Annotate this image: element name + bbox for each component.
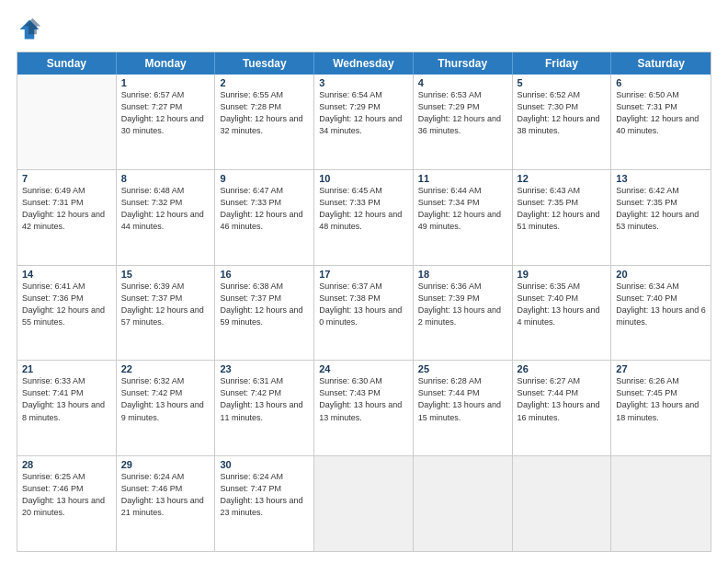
day-info: Sunrise: 6:41 AMSunset: 7:36 PMDaylight:… — [22, 281, 111, 328]
day-info: Sunrise: 6:27 AMSunset: 7:44 PMDaylight:… — [518, 375, 607, 423]
calendar-cell: 20Sunrise: 6:34 AMSunset: 7:40 PMDayligh… — [611, 266, 711, 361]
calendar-row-3: 14Sunrise: 6:41 AMSunset: 7:36 PMDayligh… — [17, 266, 711, 362]
day-info: Sunrise: 6:48 AMSunset: 7:32 PMDaylight:… — [121, 185, 210, 233]
page: SundayMondayTuesdayWednesdayThursdayFrid… — [0, 0, 728, 563]
calendar-cell: 8Sunrise: 6:48 AMSunset: 7:32 PMDaylight… — [117, 170, 216, 265]
day-number: 14 — [22, 269, 111, 280]
calendar-cell — [414, 456, 513, 551]
day-info: Sunrise: 6:24 AMSunset: 7:46 PMDaylight:… — [121, 471, 210, 519]
calendar-cell: 13Sunrise: 6:42 AMSunset: 7:35 PMDayligh… — [611, 170, 711, 265]
day-info: Sunrise: 6:39 AMSunset: 7:37 PMDaylight:… — [121, 281, 210, 328]
day-number: 22 — [121, 363, 210, 374]
day-info: Sunrise: 6:28 AMSunset: 7:44 PMDaylight:… — [418, 375, 507, 423]
calendar-cell: 29Sunrise: 6:24 AMSunset: 7:46 PMDayligh… — [117, 456, 216, 551]
day-number: 3 — [319, 77, 408, 88]
day-info: Sunrise: 6:44 AMSunset: 7:34 PMDaylight:… — [418, 185, 507, 233]
header-day-thursday: Thursday — [414, 52, 513, 75]
day-info: Sunrise: 6:32 AMSunset: 7:42 PMDaylight:… — [121, 375, 210, 423]
day-number: 25 — [418, 363, 507, 374]
calendar-cell: 21Sunrise: 6:33 AMSunset: 7:41 PMDayligh… — [17, 361, 117, 455]
day-number: 19 — [518, 269, 607, 280]
header-day-saturday: Saturday — [611, 52, 711, 75]
calendar-cell: 6Sunrise: 6:50 AMSunset: 7:31 PMDaylight… — [611, 75, 711, 169]
day-number: 1 — [121, 77, 210, 88]
calendar-cell — [17, 75, 117, 169]
day-number: 26 — [518, 363, 607, 374]
day-info: Sunrise: 6:25 AMSunset: 7:46 PMDaylight:… — [22, 471, 111, 519]
calendar-cell: 26Sunrise: 6:27 AMSunset: 7:44 PMDayligh… — [513, 361, 612, 455]
calendar-cell: 16Sunrise: 6:38 AMSunset: 7:37 PMDayligh… — [215, 266, 314, 361]
day-info: Sunrise: 6:37 AMSunset: 7:38 PMDaylight:… — [319, 281, 408, 328]
day-info: Sunrise: 6:36 AMSunset: 7:39 PMDaylight:… — [418, 281, 507, 328]
day-info: Sunrise: 6:26 AMSunset: 7:45 PMDaylight:… — [616, 375, 706, 423]
calendar-cell: 22Sunrise: 6:32 AMSunset: 7:42 PMDayligh… — [117, 361, 216, 455]
calendar-cell: 4Sunrise: 6:53 AMSunset: 7:29 PMDaylight… — [414, 75, 513, 169]
calendar-cell: 7Sunrise: 6:49 AMSunset: 7:31 PMDaylight… — [17, 170, 117, 265]
day-info: Sunrise: 6:31 AMSunset: 7:42 PMDaylight:… — [220, 375, 309, 423]
day-number: 23 — [220, 363, 309, 374]
day-number: 4 — [418, 77, 507, 88]
day-number: 30 — [220, 459, 309, 470]
day-info: Sunrise: 6:55 AMSunset: 7:28 PMDaylight:… — [220, 89, 309, 137]
calendar-cell: 10Sunrise: 6:45 AMSunset: 7:33 PMDayligh… — [314, 170, 414, 265]
day-info: Sunrise: 6:53 AMSunset: 7:29 PMDaylight:… — [418, 89, 507, 137]
header-day-tuesday: Tuesday — [215, 52, 314, 75]
calendar-cell: 3Sunrise: 6:54 AMSunset: 7:29 PMDaylight… — [314, 75, 414, 169]
calendar-cell: 25Sunrise: 6:28 AMSunset: 7:44 PMDayligh… — [414, 361, 513, 455]
day-number: 24 — [319, 363, 408, 374]
calendar-cell: 27Sunrise: 6:26 AMSunset: 7:45 PMDayligh… — [611, 361, 711, 455]
day-number: 27 — [616, 363, 706, 374]
day-number: 6 — [616, 77, 706, 88]
day-info: Sunrise: 6:33 AMSunset: 7:41 PMDaylight:… — [22, 375, 111, 423]
day-number: 2 — [220, 77, 309, 88]
calendar-row-1: 1Sunrise: 6:57 AMSunset: 7:27 PMDaylight… — [17, 75, 711, 170]
calendar-cell: 14Sunrise: 6:41 AMSunset: 7:36 PMDayligh… — [17, 266, 117, 361]
day-number: 18 — [418, 269, 507, 280]
calendar-cell: 12Sunrise: 6:43 AMSunset: 7:35 PMDayligh… — [513, 170, 612, 265]
day-number: 11 — [418, 173, 507, 184]
calendar-cell: 2Sunrise: 6:55 AMSunset: 7:28 PMDaylight… — [215, 75, 314, 169]
calendar-cell: 19Sunrise: 6:35 AMSunset: 7:40 PMDayligh… — [513, 266, 612, 361]
calendar-cell: 28Sunrise: 6:25 AMSunset: 7:46 PMDayligh… — [17, 456, 117, 551]
day-info: Sunrise: 6:52 AMSunset: 7:30 PMDaylight:… — [518, 89, 607, 137]
calendar-cell — [611, 456, 711, 551]
day-number: 28 — [22, 459, 111, 470]
day-number: 9 — [220, 173, 309, 184]
day-number: 7 — [22, 173, 111, 184]
day-number: 17 — [319, 269, 408, 280]
calendar-cell — [513, 456, 612, 551]
day-number: 10 — [319, 173, 408, 184]
calendar-cell: 17Sunrise: 6:37 AMSunset: 7:38 PMDayligh… — [314, 266, 414, 361]
calendar-row-5: 28Sunrise: 6:25 AMSunset: 7:46 PMDayligh… — [17, 456, 711, 551]
header-day-wednesday: Wednesday — [314, 52, 414, 75]
calendar-row-4: 21Sunrise: 6:33 AMSunset: 7:41 PMDayligh… — [17, 361, 711, 456]
calendar-cell: 18Sunrise: 6:36 AMSunset: 7:39 PMDayligh… — [414, 266, 513, 361]
day-number: 21 — [22, 363, 111, 374]
day-info: Sunrise: 6:54 AMSunset: 7:29 PMDaylight:… — [319, 89, 408, 137]
calendar-cell — [314, 456, 414, 551]
calendar-body: 1Sunrise: 6:57 AMSunset: 7:27 PMDaylight… — [17, 75, 711, 551]
header-day-sunday: Sunday — [17, 52, 117, 75]
day-number: 20 — [616, 269, 706, 280]
day-number: 5 — [518, 77, 607, 88]
calendar-cell: 30Sunrise: 6:24 AMSunset: 7:47 PMDayligh… — [215, 456, 314, 551]
logo — [17, 17, 46, 42]
day-number: 8 — [121, 173, 210, 184]
calendar-cell: 15Sunrise: 6:39 AMSunset: 7:37 PMDayligh… — [117, 266, 216, 361]
day-number: 13 — [616, 173, 706, 184]
day-number: 29 — [121, 459, 210, 470]
day-info: Sunrise: 6:45 AMSunset: 7:33 PMDaylight:… — [319, 185, 408, 233]
calendar-header: SundayMondayTuesdayWednesdayThursdayFrid… — [17, 52, 711, 75]
calendar-row-2: 7Sunrise: 6:49 AMSunset: 7:31 PMDaylight… — [17, 170, 711, 266]
calendar-cell: 11Sunrise: 6:44 AMSunset: 7:34 PMDayligh… — [414, 170, 513, 265]
day-info: Sunrise: 6:35 AMSunset: 7:40 PMDaylight:… — [518, 281, 607, 328]
header-day-friday: Friday — [513, 52, 612, 75]
header — [17, 17, 711, 42]
day-info: Sunrise: 6:34 AMSunset: 7:40 PMDaylight:… — [616, 281, 706, 328]
day-info: Sunrise: 6:42 AMSunset: 7:35 PMDaylight:… — [616, 185, 706, 233]
day-info: Sunrise: 6:30 AMSunset: 7:43 PMDaylight:… — [319, 375, 408, 423]
day-info: Sunrise: 6:49 AMSunset: 7:31 PMDaylight:… — [22, 185, 111, 233]
calendar: SundayMondayTuesdayWednesdayThursdayFrid… — [17, 52, 711, 552]
day-info: Sunrise: 6:38 AMSunset: 7:37 PMDaylight:… — [220, 281, 309, 328]
day-info: Sunrise: 6:50 AMSunset: 7:31 PMDaylight:… — [616, 89, 706, 137]
